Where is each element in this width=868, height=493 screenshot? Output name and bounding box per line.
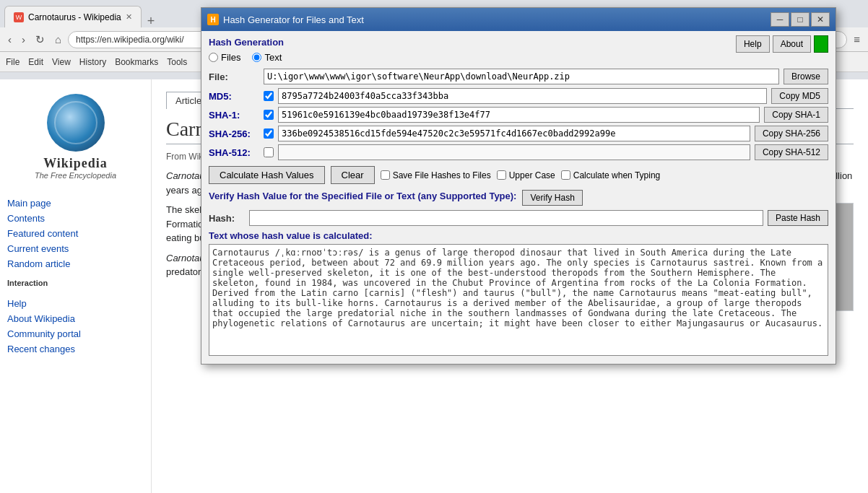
sha512-row: SHA-512: Copy SHA-512 [209,144,828,160]
copy-sha512-button[interactable]: Copy SHA-512 [755,144,828,160]
calculate-button[interactable]: Calculate Hash Values [209,166,325,184]
wiki-logo: Wikipedia The Free Encyclopedia [7,87,144,187]
dialog-title: Hash Generator for Files and Text [223,14,766,25]
wiki-globe [47,94,105,152]
sha256-checkbox[interactable] [264,128,274,139]
menu-button[interactable]: ≡ [850,32,864,47]
sha512-input[interactable] [278,144,750,160]
menu-bookmarks[interactable]: Bookmarks [115,57,158,67]
md5-row: MD5: Copy MD5 [209,88,828,104]
md5-checkbox[interactable] [264,91,274,101]
hash-dialog: H Hash Generator for Files and Text ─ □ … [201,7,836,365]
nav-random[interactable]: Random article [7,256,144,271]
verify-section: Verify Hash Value for the Specified File… [209,190,828,226]
close-button[interactable]: ✕ [811,12,830,27]
sha256-input[interactable] [278,126,750,141]
copy-sha1-button[interactable]: Copy SHA-1 [764,107,828,123]
verify-hash-input[interactable] [249,210,763,226]
upper-case-check[interactable] [497,170,506,180]
refresh-button[interactable]: ↻ [32,32,48,48]
verify-title: Verify Hash Value for the Specified File… [209,191,516,201]
tab-favicon: W [14,12,24,22]
radio-text[interactable] [252,53,261,62]
text-section: Text whose hash value is calculated: Car… [209,230,828,358]
minimize-button[interactable]: ─ [771,12,789,27]
browse-button[interactable]: Browse [784,69,828,84]
menu-edit[interactable]: Edit [28,57,43,67]
maximize-button[interactable]: □ [791,12,810,27]
sha1-checkbox[interactable] [264,110,274,120]
copy-md5-button[interactable]: Copy MD5 [771,88,828,104]
action-row: Calculate Hash Values Clear Save File Ha… [209,166,828,184]
save-hashes-label[interactable]: Save File Hashes to Files [381,170,491,180]
menu-history[interactable]: History [79,57,106,67]
sha1-input[interactable] [278,107,760,123]
sha256-row: SHA-256: Copy SHA-256 [209,126,828,141]
nav-about[interactable]: About Wikipedia [7,311,144,326]
sha1-label: SHA-1: [209,110,259,121]
back-button[interactable]: ‹ [4,32,15,47]
file-label: File: [209,71,259,82]
sha256-label: SHA-256: [209,128,259,139]
green-indicator [814,35,828,53]
new-tab-button[interactable]: + [142,14,161,27]
text-section-title: Text whose hash value is calculated: [209,230,828,241]
file-input[interactable] [264,69,779,84]
dialog-window-controls: ─ □ ✕ [771,12,830,27]
tab-close-button[interactable]: ✕ [126,12,132,22]
md5-input[interactable] [278,88,767,104]
wiki-nav-main: Main page Contents Featured content Curr… [7,196,144,271]
wiki-sidebar: Wikipedia The Free Encyclopedia Main pag… [0,79,152,493]
forward-button[interactable]: › [18,32,29,47]
sha1-row: SHA-1: Copy SHA-1 [209,107,828,123]
radio-files-label[interactable]: Files [209,52,240,63]
browser-tab[interactable]: W Carnotaurus - Wikipedia ✕ [4,6,142,27]
text-input[interactable]: Carnotaurus /ˌkɑːrnoʊˈtɔːrəs/ is a genus… [209,244,828,356]
clear-button[interactable]: Clear [331,166,375,184]
menu-view[interactable]: View [52,57,71,67]
dialog-toolbar: Help About [736,35,828,53]
wiki-logo-sub: The Free Encyclopedia [7,171,144,180]
copy-sha256-button[interactable]: Copy SHA-256 [755,126,828,141]
calc-typing-label[interactable]: Calculate when Typing [561,170,661,180]
tab-label: Carnotaurus - Wikipedia [28,12,121,22]
menu-file[interactable]: File [6,57,19,67]
verify-hash-button[interactable]: Verify Hash [522,190,582,206]
radio-group: Files Text [209,52,828,63]
file-row: File: Browse [209,69,828,84]
nav-featured[interactable]: Featured content [7,226,144,241]
md5-label: MD5: [209,91,259,102]
upper-case-label[interactable]: Upper Case [497,170,555,180]
nav-contents[interactable]: Contents [7,211,144,226]
nav-main-page[interactable]: Main page [7,196,144,211]
wiki-nav-interact-heading: Interaction [7,279,144,287]
dialog-app-icon: H [207,14,219,25]
verify-hash-row: Hash: Paste Hash [209,210,828,226]
dialog-body: Help About Hash Generation Files Text [201,31,836,364]
nav-current-events[interactable]: Current events [7,241,144,256]
about-button[interactable]: About [773,35,811,53]
help-button[interactable]: Help [736,35,770,53]
paste-hash-button[interactable]: Paste Hash [768,210,828,226]
nav-community[interactable]: Community portal [7,326,144,341]
home-button[interactable]: ⌂ [51,32,65,47]
wiki-nav-interact: Help About Wikipedia Community portal Re… [7,296,144,357]
verify-hash-label: Hash: [209,213,245,224]
menu-tools[interactable]: Tools [167,57,187,67]
wiki-logo-text: Wikipedia [7,156,144,171]
nav-recent[interactable]: Recent changes [7,341,144,357]
sha512-checkbox[interactable] [264,147,274,157]
radio-files[interactable] [209,53,218,62]
calc-typing-check[interactable] [561,170,570,180]
sha512-label: SHA-512: [209,147,259,158]
dialog-titlebar[interactable]: H Hash Generator for Files and Text ─ □ … [201,8,836,31]
save-hashes-check[interactable] [381,170,390,180]
nav-help[interactable]: Help [7,296,144,311]
radio-text-label[interactable]: Text [252,52,282,63]
